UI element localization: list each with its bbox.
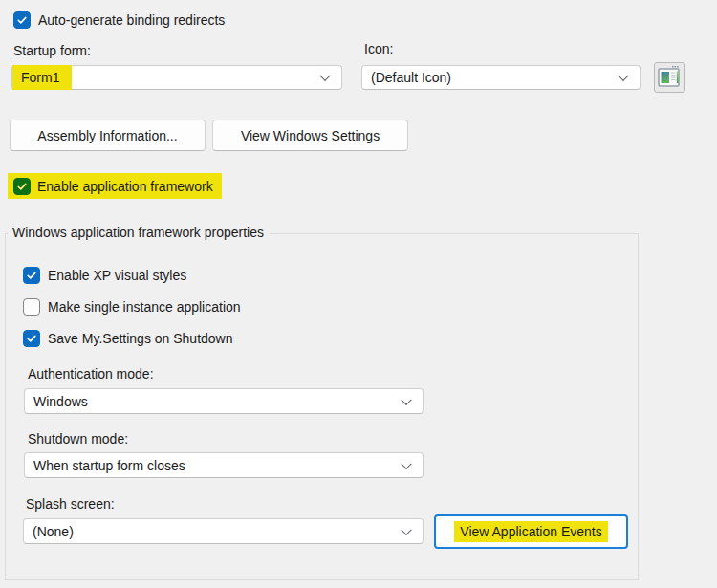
splash-screen-dropdown[interactable]: (None) — [23, 518, 424, 544]
icon-dropdown[interactable]: (Default Icon) — [361, 65, 641, 90]
auto-generate-binding-redirects-checkbox[interactable] — [13, 11, 31, 29]
make-single-instance-row: Make single instance application — [23, 297, 241, 316]
authentication-mode-dropdown[interactable]: Windows — [24, 388, 424, 414]
authentication-mode-label: Authentication mode: — [28, 366, 154, 381]
application-settings-page: { "colors": { "background": "#f0f0f0", "… — [0, 0, 717, 588]
view-application-events-label: View Application Events — [454, 521, 607, 542]
view-windows-settings-button[interactable]: View Windows Settings — [212, 120, 408, 151]
windows-application-framework-groupbox: Windows application framework properties… — [5, 233, 639, 580]
authentication-mode-value: Windows — [33, 394, 88, 409]
application-default-icon — [658, 65, 682, 91]
make-single-instance-label: Make single instance application — [48, 299, 241, 315]
enable-application-framework-row: Enable application framework — [8, 173, 222, 199]
icon-label: Icon: — [364, 41, 393, 56]
icon-value: (Default Icon) — [371, 70, 451, 85]
startup-form-value: Form1 — [12, 65, 72, 90]
icon-preview-button[interactable] — [654, 62, 685, 93]
shutdown-mode-label: Shutdown mode: — [28, 431, 128, 446]
enable-xp-visual-styles-label: Enable XP visual styles — [48, 268, 186, 283]
splash-screen-label: Splash screen: — [26, 496, 115, 512]
enable-xp-visual-styles-checkbox[interactable] — [23, 267, 40, 284]
checkmark-icon — [26, 270, 37, 281]
checkmark-icon — [16, 14, 28, 26]
enable-xp-visual-styles-row: Enable XP visual styles — [23, 266, 186, 285]
enable-application-framework-checkbox[interactable] — [13, 178, 31, 195]
auto-generate-binding-redirects-label: Auto-generate binding redirects — [38, 12, 225, 28]
auto-generate-binding-redirects-row: Auto-generate binding redirects — [13, 11, 225, 30]
save-my-settings-label: Save My.Settings on Shutdown — [48, 331, 233, 346]
checkmark-icon — [16, 181, 28, 192]
startup-form-label: Startup form: — [13, 43, 91, 58]
checkmark-icon — [26, 333, 37, 344]
shutdown-mode-dropdown[interactable]: When startup form closes — [24, 452, 424, 478]
groupbox-title: Windows application framework properties — [8, 225, 269, 240]
startup-form-dropdown[interactable]: Form1 — [11, 65, 342, 90]
shutdown-mode-value: When startup form closes — [33, 458, 185, 473]
enable-application-framework-label: Enable application framework — [37, 179, 213, 194]
make-single-instance-checkbox[interactable] — [23, 298, 40, 316]
save-my-settings-row: Save My.Settings on Shutdown — [23, 329, 233, 348]
save-my-settings-checkbox[interactable] — [23, 330, 40, 347]
splash-screen-value: (None) — [33, 524, 74, 539]
assembly-information-button[interactable]: Assembly Information... — [10, 120, 206, 151]
view-application-events-button[interactable]: View Application Events — [434, 514, 628, 549]
